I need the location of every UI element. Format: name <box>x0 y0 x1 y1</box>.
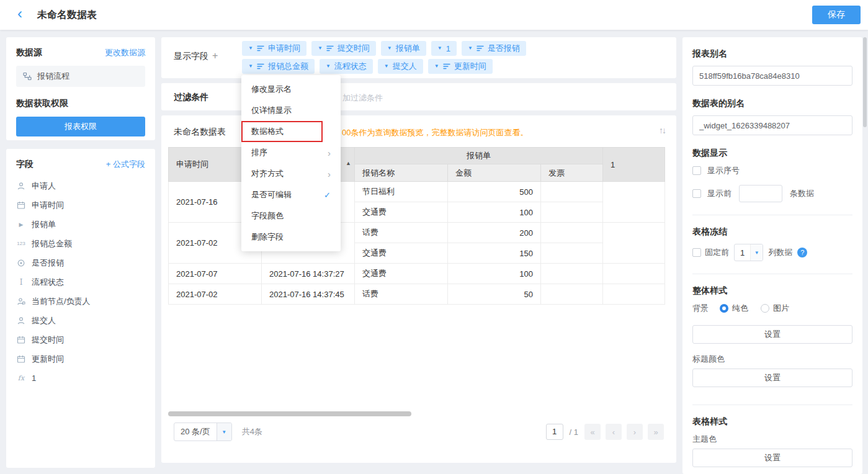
cell-submit: 2021-07-16 14:37:45 <box>262 284 355 305</box>
radio-image[interactable]: 图片 <box>761 303 789 314</box>
chevron-down-icon: ▼ <box>387 46 392 51</box>
menu-item-alignment[interactable]: 对齐方式› <box>241 163 341 184</box>
background-set-button[interactable]: 设置 <box>692 325 852 344</box>
field-chip-active[interactable]: ▼ 报销总金额 <box>242 59 315 74</box>
sort-lines-icon <box>477 45 484 52</box>
help-icon[interactable]: ? <box>797 248 807 257</box>
data-display-title: 数据显示 <box>692 148 852 159</box>
show-first-checkbox[interactable] <box>692 189 701 198</box>
cell-name: 节日福利 <box>355 182 448 202</box>
next-page-button[interactable]: › <box>627 424 643 440</box>
menu-item-delete-field[interactable]: 删除字段 <box>241 226 341 248</box>
menu-item-editable[interactable]: 是否可编辑✓ <box>241 184 341 205</box>
last-page-button[interactable]: » <box>648 424 664 440</box>
field-item[interactable]: 更新时间 <box>16 349 145 369</box>
field-item[interactable]: ▶ 报销单 <box>16 215 145 234</box>
field-item[interactable]: 申请人 <box>16 176 145 195</box>
report-permission-button[interactable]: 报表权限 <box>16 117 145 136</box>
cell-invoice <box>541 284 603 305</box>
caret-right-icon: ▶ <box>16 221 26 228</box>
table-title: 未命名数据表 <box>174 127 226 138</box>
datasource-item[interactable]: 报销流程 <box>16 66 145 87</box>
cell-amount: 500 <box>448 182 541 202</box>
change-datasource-link[interactable]: 更改数据源 <box>105 47 145 58</box>
table-alias-input[interactable] <box>692 115 852 135</box>
cell-amount: 100 <box>448 202 541 223</box>
horizontal-scrollbar[interactable] <box>168 411 411 416</box>
back-icon[interactable]: ‹ <box>17 5 22 22</box>
field-item[interactable]: 是否报销 <box>16 253 145 272</box>
field-chips: ▼ 申请时间 ▼ 提交时间 ▼ 报销单 ▼ 1 ▼ 是否报销 <box>242 41 526 77</box>
sort-lines-icon <box>257 63 264 70</box>
chevron-down-icon: ▼ <box>217 423 231 440</box>
current-page-input[interactable]: 1 <box>546 424 563 440</box>
field-item[interactable]: 123 报销总金额 <box>16 234 145 253</box>
radio-solid-color[interactable]: 纯色 <box>720 303 748 314</box>
top-bar: ‹ 未命名数据表 保存 <box>0 0 868 30</box>
field-item[interactable]: 提交时间 <box>16 330 145 349</box>
column-header-amount[interactable]: 金额 <box>448 164 541 182</box>
field-item[interactable]: fx 1 <box>16 369 145 388</box>
vertical-scrollbar[interactable] <box>863 37 867 127</box>
radio-unselected-icon <box>761 304 769 313</box>
column-header-invoice[interactable]: 发票 <box>541 164 603 182</box>
cell-amount: 150 <box>448 243 541 264</box>
chevron-right-icon: › <box>328 148 331 158</box>
prev-page-button[interactable]: ‹ <box>606 424 622 440</box>
field-chip[interactable]: ▼ 提交时间 <box>311 41 376 56</box>
cell-invoice <box>541 182 603 202</box>
datasource-panel: 数据源 更改数据源 报销流程 数据获取权限 报表权限 <box>6 37 155 140</box>
calendar-icon <box>16 336 26 344</box>
field-chip[interactable]: ▼ 更新时间 <box>428 59 493 74</box>
cell-name: 交通费 <box>355 264 448 284</box>
field-chip[interactable]: ▼ 是否报销 <box>462 41 526 56</box>
sort-toggle-icon[interactable]: ↑↓ <box>659 125 665 135</box>
cell-extra <box>603 223 665 264</box>
column-group-header: 报销单 <box>355 148 603 164</box>
menu-item-sort[interactable]: 排序› <box>241 142 341 163</box>
add-formula-field-link[interactable]: + 公式字段 <box>106 159 145 170</box>
cell-amount: 200 <box>448 223 541 243</box>
field-item[interactable]: 提交人 <box>16 311 145 330</box>
show-first-count-input[interactable] <box>739 185 782 202</box>
field-chip[interactable]: ▼ 申请时间 <box>242 41 306 56</box>
freeze-count-select[interactable]: 1 ▼ <box>734 244 763 261</box>
menu-item-field-color[interactable]: 字段颜色 <box>241 205 341 226</box>
field-chip[interactable]: ▼ 报销单 <box>381 41 426 56</box>
chevron-down-icon: ▼ <box>384 64 389 69</box>
menu-item-data-format[interactable]: 数据格式 <box>241 121 341 142</box>
person-node-icon <box>16 297 26 306</box>
add-field-icon[interactable]: + <box>212 50 218 61</box>
report-alias-input[interactable] <box>692 66 852 86</box>
filter-title: 过滤条件 <box>174 92 208 103</box>
page-size-select[interactable]: 20 条/页 ▼ <box>174 423 232 441</box>
menu-item-detail-only[interactable]: 仅详情显示 <box>241 100 341 121</box>
settings-panel: 报表别名 数据表的别名 数据显示 显示序号 显示前 条数据 表格冻结 固定前 1… <box>682 37 862 474</box>
column-header-extra[interactable]: 1 <box>603 148 665 182</box>
field-chip[interactable]: ▼ 流程状态 <box>320 59 373 74</box>
field-item[interactable]: 申请时间 <box>16 195 145 215</box>
theme-color-set-button[interactable]: 设置 <box>692 449 852 467</box>
title-color-set-button[interactable]: 设置 <box>692 369 852 387</box>
column-header-name[interactable]: 报销名称 <box>355 164 448 182</box>
first-page-button[interactable]: « <box>584 424 601 440</box>
field-chip[interactable]: ▼ 提交人 <box>378 59 423 74</box>
permission-title: 数据获取权限 <box>16 98 145 109</box>
report-alias-title: 报表别名 <box>692 48 852 60</box>
display-fields-card: 显示字段+ ▼ 申请时间 ▼ 提交时间 ▼ 报销单 ▼ 1 ▼ <box>161 37 676 78</box>
field-chip[interactable]: ▼ 1 <box>431 41 457 56</box>
divider <box>692 215 852 215</box>
field-item[interactable]: 当前节点/负责人 <box>16 292 145 311</box>
freeze-checkbox[interactable] <box>692 248 701 257</box>
show-index-checkbox[interactable] <box>692 166 701 175</box>
field-context-menu: 修改显示名 仅详情显示 数据格式 排序› 对齐方式› 是否可编辑✓ 字段颜色 删… <box>241 75 341 251</box>
add-filter-link[interactable]: 加过滤条件 <box>342 92 383 104</box>
chevron-down-icon: ▼ <box>248 64 253 69</box>
cell-amount: 50 <box>448 284 541 305</box>
save-button[interactable]: 保存 <box>812 6 861 24</box>
chevron-down-icon: ▼ <box>318 46 323 51</box>
menu-item-rename[interactable]: 修改显示名 <box>241 79 341 100</box>
field-item[interactable]: I 流程状态 <box>16 272 145 292</box>
cell-apply: 2021-07-07 <box>169 264 262 284</box>
total-pages: / 1 <box>570 427 578 437</box>
